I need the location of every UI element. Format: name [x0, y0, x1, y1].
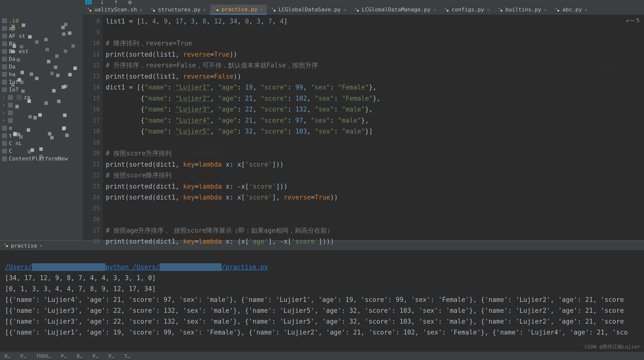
close-icon[interactable]: ×: [584, 7, 588, 13]
svg-rect-13: [500, 10, 502, 11]
sidebar-item[interactable]: t: [0, 132, 83, 139]
tab-label: structures.py: [158, 7, 200, 13]
python-file-icon: [271, 7, 276, 12]
status-item[interactable]: P…: [93, 353, 98, 359]
svg-rect-6: [272, 8, 274, 10]
close-icon[interactable]: ×: [203, 7, 206, 13]
tab-builtins-py[interactable]: builtins.py×: [494, 5, 551, 15]
tab-abc-py[interactable]: abc.py×: [551, 5, 592, 15]
line-number: 9: [83, 27, 100, 38]
sidebar-item[interactable]: Da: [0, 55, 83, 63]
sidebar-item[interactable]: Ba est: [0, 48, 83, 55]
sidebar-item[interactable]: ›: [0, 101, 83, 109]
svg-rect-11: [447, 10, 448, 11]
sidebar-item-label: IoT: [9, 87, 19, 93]
check-icon: ✔⁓: [626, 17, 635, 24]
close-icon[interactable]: ×: [544, 7, 547, 13]
run-output[interactable]: /Users/▇▇▇▇▇▇▇▇▇▇▇▇▇▇▇▇▇▇▇python /Users/…: [0, 250, 644, 351]
folder-icon: [8, 110, 13, 115]
svg-rect-5: [217, 10, 218, 11]
tab-label: abc.py: [562, 7, 582, 13]
chevron-down-icon[interactable]: ▾: [40, 243, 42, 248]
line-number: 16: [83, 104, 100, 115]
project-sidebar[interactable]: .idapAF stBaBa estDaDahaIotIoT›za››› e t…: [0, 15, 83, 240]
line-number: 21: [83, 159, 100, 170]
tab-label: LCGlobalDataManage.py: [362, 7, 430, 13]
sidebar-item[interactable]: Ba: [0, 40, 83, 48]
python-file-icon: [4, 243, 8, 249]
tab-label: builtins.py: [505, 7, 542, 13]
folder-icon: [2, 133, 7, 138]
sidebar-item[interactable]: ›: [0, 117, 83, 124]
tab-ualityScan-sh[interactable]: ualityScan.sh×: [83, 5, 146, 15]
sidebar-item[interactable]: C: [0, 147, 83, 155]
line-number: 27: [83, 225, 100, 236]
tab-structures-py[interactable]: structures.py×: [146, 5, 210, 15]
python-file-icon: [150, 7, 156, 12]
folder-icon: [2, 18, 7, 23]
sidebar-item[interactable]: AF st: [0, 32, 83, 40]
sidebar-item[interactable]: .id: [0, 17, 83, 25]
sidebar-item[interactable]: Iot: [0, 78, 83, 86]
sidebar-item[interactable]: C nL: [0, 139, 83, 147]
svg-rect-0: [88, 8, 90, 10]
sidebar-item[interactable]: Da: [0, 63, 83, 71]
status-item[interactable]: B…: [77, 353, 83, 359]
tab-label: ualityScan.sh: [94, 7, 137, 13]
line-number: 23: [83, 181, 100, 192]
sidebar-item[interactable]: ›za: [0, 94, 83, 101]
folder-icon: [8, 103, 13, 108]
code-editor[interactable]: 8910111213141516171819202122232425262728…: [83, 15, 644, 240]
tab-LCGlobalDataSave-py[interactable]: LCGlobalDataSave.py×: [267, 5, 350, 15]
sidebar-item-label: Ba est: [9, 48, 28, 54]
status-item[interactable]: T…: [124, 353, 130, 359]
tab-label: LCGlobalDataSave.py: [278, 7, 341, 13]
top-toolbar: 🌐 ⭳ ⭱ ⚙: [0, 0, 644, 5]
run-tool-window[interactable]: practise ▾ /Users/▇▇▇▇▇▇▇▇▇▇▇▇▇▇▇▇▇▇▇pyt…: [0, 240, 644, 351]
svg-rect-10: [445, 8, 446, 10]
warning-count: 5: [636, 17, 640, 24]
python-file-icon: [214, 7, 219, 12]
status-bar: R…P…TODO…P…B…P…P…T…: [0, 351, 644, 360]
close-icon[interactable]: ×: [343, 7, 346, 13]
tab-configs-py[interactable]: configs.py×: [440, 5, 494, 15]
close-icon[interactable]: ×: [140, 7, 142, 13]
line-number: 11: [83, 49, 100, 60]
sidebar-item[interactable]: ContentPlatformNew: [0, 155, 83, 162]
chevron-right-icon: ›: [2, 102, 6, 108]
sidebar-item-label: Iot: [9, 79, 19, 85]
tab-LCGlobalDataManage-py[interactable]: LCGlobalDataManage.py×: [350, 5, 440, 15]
svg-rect-3: [153, 10, 155, 11]
close-icon[interactable]: ×: [433, 7, 436, 13]
sidebar-item[interactable]: ap: [0, 25, 83, 32]
tab-practise-py[interactable]: practise.py×: [210, 5, 267, 15]
status-item[interactable]: P…: [20, 353, 26, 359]
svg-rect-4: [215, 8, 216, 9]
close-icon[interactable]: ×: [487, 7, 490, 13]
status-item[interactable]: P…: [108, 353, 114, 359]
inspection-indicator[interactable]: ✔⁓ 5: [626, 17, 640, 24]
line-gutter: 8910111213141516171819202122232425262728: [83, 15, 103, 240]
folder-icon: [2, 126, 7, 131]
sidebar-item[interactable]: IoT: [0, 86, 83, 94]
folder-icon: [2, 156, 7, 161]
line-number: 15: [83, 93, 100, 104]
status-item[interactable]: P…: [61, 353, 67, 359]
status-item[interactable]: R…: [4, 353, 10, 359]
run-config-name[interactable]: practise: [11, 243, 37, 249]
sidebar-item-label: e: [9, 125, 12, 131]
sidebar-item[interactable]: ha: [0, 71, 83, 78]
svg-rect-9: [357, 10, 359, 11]
folder-icon: [2, 34, 7, 39]
sidebar-item-label: .id: [9, 18, 19, 24]
python-file-icon: [444, 7, 449, 12]
status-item[interactable]: TODO…: [36, 353, 51, 359]
line-number: 22: [83, 170, 100, 181]
sidebar-item[interactable]: ›: [0, 109, 83, 117]
code-area[interactable]: ✔⁓ 5 list1 = [1, 4, 9, 17, 3, 8, 12, 34,…: [103, 15, 644, 240]
sidebar-item[interactable]: e: [0, 124, 83, 132]
sidebar-item-label: Da: [9, 64, 16, 70]
editor-tabs: ualityScan.sh×structures.py×practise.py×…: [0, 5, 644, 15]
line-number: 14: [83, 82, 100, 93]
close-icon[interactable]: ×: [260, 6, 263, 12]
